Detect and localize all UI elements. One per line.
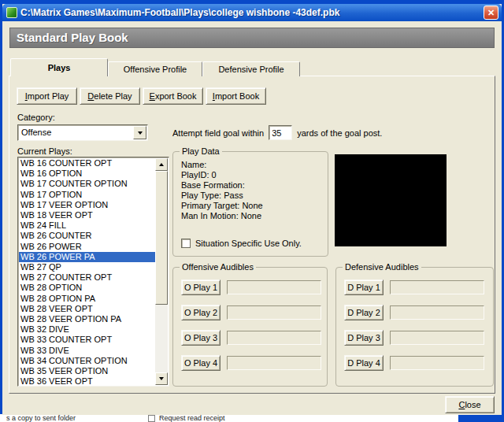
offensive-audibles-rows: O Play 1O Play 2O Play 3O Play 4 — [173, 268, 327, 371]
field-goal-yards-input[interactable] — [269, 125, 292, 140]
playbook-header: Standard Play Book — [9, 28, 495, 48]
play-data-line: PlayID: 0 — [181, 170, 328, 180]
delete-play-button[interactable]: Delete Play — [80, 87, 140, 105]
import-book-button[interactable]: Import Book — [206, 87, 266, 105]
play-list-item[interactable]: WB 18 VEER OPT — [19, 210, 155, 220]
close-window-button[interactable]: ✕ — [484, 6, 498, 20]
category-label: Category: — [17, 113, 55, 122]
plays-scrollbar[interactable] — [155, 158, 168, 385]
play-list-item[interactable]: WB 28 VEER OPTION PA — [19, 314, 155, 324]
tab-bar: Plays Offensive Profile Defensive Profil… — [10, 58, 300, 76]
defensive-audibles-rows: D Play 1D Play 2D Play 3D Play 4 — [336, 268, 493, 371]
play-list-item[interactable]: WB 35 VEER OPTION — [19, 366, 155, 376]
play-data-group: Play Data Name:PlayID: 0Base Formation:P… — [172, 151, 328, 257]
field-goal-label-after: yards of the goal post. — [297, 128, 382, 138]
situation-specific-checkbox[interactable] — [181, 239, 191, 248]
defensive-audibles-title: Defensive Audibles — [343, 262, 421, 272]
play-list-item[interactable]: WB 36 VEER OPT — [19, 376, 155, 385]
defensive-audible-row-2: D Play 2 — [344, 305, 493, 320]
plays-list-items: WB 16 COUNTER OPTWB 16 OPTIONWB 17 COUNT… — [19, 158, 155, 385]
import-play-button[interactable]: Import Play — [17, 87, 77, 105]
defensive-audible-field-1[interactable] — [390, 280, 484, 294]
offensive-audible-row-3: O Play 3 — [181, 330, 327, 346]
play-list-item[interactable]: WB 17 VEER OPTION — [19, 200, 155, 210]
defensive-audible-button-4[interactable]: D Play 4 — [344, 355, 384, 371]
situation-specific-label: Situation Specific Use Only. — [195, 239, 302, 248]
play-list-item[interactable]: WB 32 DIVE — [19, 324, 155, 335]
play-data-line: Primary Target: None — [181, 201, 328, 211]
defensive-audible-button-1[interactable]: D Play 1 — [344, 279, 384, 295]
close-icon: ✕ — [487, 8, 495, 18]
field-goal-setting: Attempt field goal within yards of the g… — [172, 125, 382, 140]
category-dropdown[interactable]: Offense — [17, 124, 148, 141]
play-list-item[interactable]: WB 26 POWER PA — [19, 252, 155, 262]
page-title: Standard Play Book — [17, 31, 128, 44]
background-window-strip: s a copy to sent folder Request read rec… — [0, 414, 458, 422]
chevron-down-icon — [138, 131, 143, 135]
play-data-line: Man In Motion: None — [181, 211, 328, 221]
play-list-item[interactable]: WB 26 POWER — [19, 242, 155, 252]
playbook-window: C:\Matrix Games\Maximum-Football\Plays\c… — [2, 4, 502, 415]
situation-specific-row: Situation Specific Use Only. — [181, 239, 302, 248]
tab-offensive-profile[interactable]: Offensive Profile — [108, 61, 202, 76]
offensive-audible-button-4[interactable]: O Play 4 — [181, 355, 220, 371]
tab-defensive-profile[interactable]: Defensive Profile — [202, 61, 300, 76]
offensive-audible-button-3[interactable]: O Play 3 — [181, 330, 220, 346]
offensive-audible-button-1[interactable]: O Play 1 — [181, 279, 220, 295]
plays-listbox[interactable]: WB 16 COUNTER OPTWB 16 OPTIONWB 17 COUNT… — [17, 157, 169, 387]
background-text-right: Request read receipt — [159, 415, 225, 422]
play-data-line: Base Formation: — [181, 180, 328, 191]
play-list-item[interactable]: WB 33 COUNTER OPT — [19, 335, 155, 345]
play-data-line: Play Type: Pass — [181, 191, 328, 201]
playbook-toolbar: Import Play Delete Play Export Book Impo… — [17, 87, 266, 105]
titlebar[interactable]: C:\Matrix Games\Maximum-Football\Plays\c… — [2, 4, 502, 21]
play-list-item[interactable]: WB 27 QP — [19, 262, 155, 272]
export-book-button[interactable]: Export Book — [143, 87, 203, 105]
offensive-audible-field-4[interactable] — [227, 356, 321, 370]
play-list-item[interactable]: WB 34 COUNTER OPTION — [19, 356, 155, 366]
scroll-up-button[interactable] — [155, 158, 168, 171]
defensive-audible-button-3[interactable]: D Play 3 — [344, 330, 384, 346]
field-goal-label-before: Attempt field goal within — [172, 128, 264, 138]
scrollbar-thumb[interactable] — [155, 171, 168, 305]
offensive-audible-row-2: O Play 2 — [181, 305, 327, 320]
category-selected-value: Offense — [18, 125, 132, 140]
play-preview-area — [335, 154, 447, 246]
play-list-item[interactable]: WB 27 COUNTER OPT — [19, 272, 155, 283]
play-data-fields: Name:PlayID: 0Base Formation:Play Type: … — [173, 152, 328, 221]
defensive-audible-field-2[interactable] — [390, 305, 484, 320]
defensive-audible-row-1: D Play 1 — [344, 279, 493, 295]
play-list-item[interactable]: WB 28 VEER OPT — [19, 304, 155, 314]
play-list-item[interactable]: WB 16 OPTION — [19, 168, 155, 179]
tab-plays[interactable]: Plays — [10, 58, 108, 76]
offensive-audible-row-4: O Play 4 — [181, 355, 327, 371]
play-list-item[interactable]: WB 28 OPTION PA — [19, 294, 155, 304]
offensive-audible-field-1[interactable] — [227, 280, 321, 294]
offensive-audible-row-1: O Play 1 — [181, 279, 327, 295]
dropdown-arrow-button[interactable] — [133, 126, 146, 139]
background-text-left: s a copy to sent folder — [6, 415, 76, 422]
background-checkbox — [148, 415, 155, 422]
defensive-audible-field-3[interactable] — [390, 331, 484, 345]
play-list-item[interactable]: WB 17 OPTION — [19, 190, 155, 200]
offensive-audible-button-2[interactable]: O Play 2 — [181, 305, 220, 320]
scroll-down-button[interactable] — [155, 372, 168, 385]
play-list-item[interactable]: WB 33 DIVE — [19, 346, 155, 356]
window-title: C:\Matrix Games\Maximum-Football\Plays\c… — [20, 7, 484, 18]
offensive-audible-field-3[interactable] — [227, 331, 321, 345]
offensive-audibles-title: Offensive Audibles — [180, 262, 256, 272]
play-list-item[interactable]: WB 26 COUNTER — [19, 231, 155, 241]
play-list-item[interactable]: WB 28 OPTION — [19, 283, 155, 293]
play-list-item[interactable]: WB 17 COUNTER OPTION — [19, 179, 155, 189]
play-data-line: Name: — [181, 160, 328, 170]
desktop: s a copy to sent folder Request read rec… — [0, 0, 504, 422]
play-list-item[interactable]: WB 24 FILL — [19, 220, 155, 231]
close-dialog-button[interactable]: Close — [445, 396, 495, 413]
arrow-up-icon — [159, 163, 164, 166]
defensive-audible-field-4[interactable] — [390, 356, 484, 370]
play-data-group-title: Play Data — [180, 146, 222, 156]
play-list-item[interactable]: WB 16 COUNTER OPT — [19, 158, 155, 168]
defensive-audible-row-4: D Play 4 — [344, 355, 493, 371]
defensive-audible-button-2[interactable]: D Play 2 — [344, 305, 384, 320]
offensive-audible-field-2[interactable] — [227, 305, 321, 320]
